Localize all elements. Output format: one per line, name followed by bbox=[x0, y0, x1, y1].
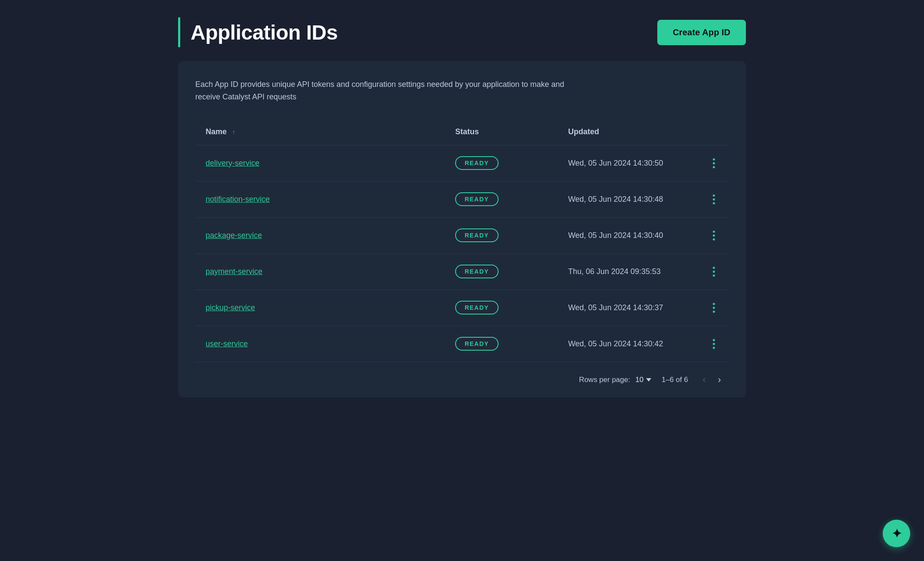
rows-per-page-select[interactable]: 10 bbox=[635, 376, 651, 384]
fab-icon: ✦ bbox=[892, 527, 902, 541]
cell-actions-4 bbox=[699, 290, 729, 326]
title-accent-bar bbox=[178, 17, 180, 47]
status-badge-0: READY bbox=[455, 156, 499, 170]
more-options-button-4[interactable] bbox=[709, 299, 718, 316]
table-row: user-service READY Wed, 05 Jun 2024 14:3… bbox=[195, 326, 729, 362]
more-options-button-0[interactable] bbox=[709, 155, 718, 172]
more-options-button-3[interactable] bbox=[709, 263, 718, 280]
rows-per-page-label: Rows per page: bbox=[579, 376, 630, 384]
dot-icon bbox=[713, 166, 715, 168]
fab-button[interactable]: ✦ bbox=[883, 520, 910, 547]
status-badge-3: READY bbox=[455, 265, 499, 278]
dot-icon bbox=[713, 303, 715, 305]
dot-icon bbox=[713, 311, 715, 313]
cell-status-2: READY bbox=[445, 217, 557, 253]
dot-icon bbox=[713, 271, 715, 273]
dot-icon bbox=[713, 231, 715, 233]
dot-icon bbox=[713, 274, 715, 277]
column-header-status: Status bbox=[445, 119, 557, 145]
cell-name-4: pickup-service bbox=[195, 290, 445, 326]
cell-updated-1: Wed, 05 Jun 2024 14:30:48 bbox=[558, 181, 699, 217]
column-header-name[interactable]: Name ↑ bbox=[195, 119, 445, 145]
title-section: Application IDs bbox=[178, 17, 338, 47]
cell-updated-5: Wed, 05 Jun 2024 14:30:42 bbox=[558, 326, 699, 362]
dot-icon bbox=[713, 238, 715, 240]
more-options-button-5[interactable] bbox=[709, 336, 718, 352]
dot-icon bbox=[713, 307, 715, 309]
cell-status-3: READY bbox=[445, 253, 557, 290]
cell-actions-1 bbox=[699, 181, 729, 217]
table-row: payment-service READY Thu, 06 Jun 2024 0… bbox=[195, 253, 729, 290]
table-row: notification-service READY Wed, 05 Jun 2… bbox=[195, 181, 729, 217]
column-header-updated: Updated bbox=[558, 119, 699, 145]
rows-per-page-value: 10 bbox=[635, 376, 644, 384]
more-options-button-1[interactable] bbox=[709, 191, 718, 208]
dot-icon bbox=[713, 339, 715, 341]
cell-actions-5 bbox=[699, 326, 729, 362]
cell-status-0: READY bbox=[445, 145, 557, 181]
cell-name-5: user-service bbox=[195, 326, 445, 362]
table-row: package-service READY Wed, 05 Jun 2024 1… bbox=[195, 217, 729, 253]
table-row: pickup-service READY Wed, 05 Jun 2024 14… bbox=[195, 290, 729, 326]
pagination-controls bbox=[698, 373, 725, 387]
service-link-2[interactable]: package-service bbox=[206, 231, 262, 240]
table-header-row: Name ↑ Status Updated bbox=[195, 119, 729, 145]
cell-name-1: notification-service bbox=[195, 181, 445, 217]
cell-name-2: package-service bbox=[195, 217, 445, 253]
dot-icon bbox=[713, 347, 715, 349]
create-app-id-button[interactable]: Create App ID bbox=[657, 20, 746, 45]
cell-name-0: delivery-service bbox=[195, 145, 445, 181]
page-title: Application IDs bbox=[191, 21, 338, 44]
page-header: Application IDs Create App ID bbox=[178, 17, 746, 47]
cell-actions-2 bbox=[699, 217, 729, 253]
service-link-4[interactable]: pickup-service bbox=[206, 303, 255, 312]
cell-updated-0: Wed, 05 Jun 2024 14:30:50 bbox=[558, 145, 699, 181]
chevron-left-icon bbox=[702, 374, 705, 385]
dot-icon bbox=[713, 202, 715, 204]
service-link-3[interactable]: payment-service bbox=[206, 267, 262, 276]
dot-icon bbox=[713, 234, 715, 237]
status-badge-2: READY bbox=[455, 228, 499, 242]
rows-per-page-section: Rows per page: 10 bbox=[579, 376, 651, 384]
chevron-right-icon bbox=[718, 374, 721, 385]
dot-icon bbox=[713, 162, 715, 164]
main-card: Each App ID provides unique API tokens a… bbox=[178, 61, 746, 398]
status-badge-1: READY bbox=[455, 192, 499, 206]
cell-name-3: payment-service bbox=[195, 253, 445, 290]
cell-updated-4: Wed, 05 Jun 2024 14:30:37 bbox=[558, 290, 699, 326]
status-badge-4: READY bbox=[455, 301, 499, 314]
cell-actions-3 bbox=[699, 253, 729, 290]
cell-updated-3: Thu, 06 Jun 2024 09:35:53 bbox=[558, 253, 699, 290]
status-badge-5: READY bbox=[455, 337, 499, 351]
description-text: Each App ID provides unique API tokens a… bbox=[195, 78, 582, 103]
cell-status-5: READY bbox=[445, 326, 557, 362]
more-options-button-2[interactable] bbox=[709, 227, 718, 244]
service-link-1[interactable]: notification-service bbox=[206, 195, 270, 203]
pagination-info: 1–6 of 6 bbox=[662, 376, 688, 384]
cell-status-1: READY bbox=[445, 181, 557, 217]
next-page-button[interactable] bbox=[714, 373, 725, 387]
dot-icon bbox=[713, 267, 715, 269]
dot-icon bbox=[713, 343, 715, 345]
chevron-down-icon bbox=[646, 378, 651, 382]
dot-icon bbox=[713, 158, 715, 160]
service-link-5[interactable]: user-service bbox=[206, 339, 248, 348]
app-ids-table: Name ↑ Status Updated delivery-service R… bbox=[195, 119, 729, 362]
dot-icon bbox=[713, 198, 715, 200]
cell-updated-2: Wed, 05 Jun 2024 14:30:40 bbox=[558, 217, 699, 253]
sort-ascending-icon: ↑ bbox=[232, 129, 235, 136]
table-row: delivery-service READY Wed, 05 Jun 2024 … bbox=[195, 145, 729, 181]
cell-actions-0 bbox=[699, 145, 729, 181]
table-footer: Rows per page: 10 1–6 of 6 bbox=[195, 362, 729, 398]
dot-icon bbox=[713, 194, 715, 197]
previous-page-button[interactable] bbox=[698, 373, 710, 387]
cell-status-4: READY bbox=[445, 290, 557, 326]
column-header-actions bbox=[699, 119, 729, 145]
service-link-0[interactable]: delivery-service bbox=[206, 159, 259, 167]
